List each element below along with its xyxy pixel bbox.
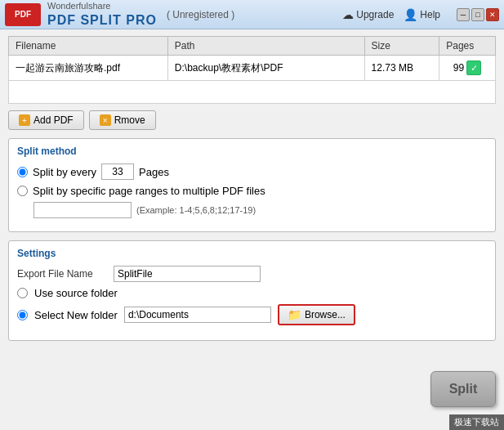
split-by-range-label: Split by specific page ranges to multipl… [33,185,265,197]
split-by-every-radio[interactable] [17,167,28,177]
export-filename-label: Export File Name [17,268,107,280]
app-name-main: PDF SPLIT PRO [47,12,157,28]
app-name-top: Wonderfulshare [47,1,157,11]
file-checkbox[interactable]: ✓ [466,60,481,75]
watermark: 极速下载站 [449,414,504,430]
select-new-folder-radio[interactable] [17,310,28,320]
cloud-icon: ☁ [342,8,354,21]
maximize-button[interactable]: □ [471,8,484,21]
export-filename-row: Export File Name [17,266,487,282]
split-by-every-label: Split by every [33,166,96,178]
export-filename-input[interactable] [114,266,261,282]
page-range-row: (Example: 1-4;5,6,8;12;17-19) [17,202,487,218]
split-by-range-radio[interactable] [17,186,28,196]
col-header-pages: Pages [439,37,496,56]
close-button[interactable]: ✕ [486,8,499,21]
button-row: + Add PDF × Rmove [8,110,496,130]
split-button-wrapper: Split [430,371,496,407]
logo-text: PDF [15,10,31,19]
split-button-label: Split [449,382,478,396]
col-header-path: Path [167,37,364,56]
help-label: Help [420,9,440,20]
app-logo: PDF [5,3,41,26]
use-source-folder-label: Use source folder [34,287,118,299]
add-icon: + [19,114,30,126]
split-method-panel: Split method Split by every Pages Split … [8,138,496,232]
file-table: Filename Path Size Pages 一起游云南旅游攻略.pdf D… [8,36,496,104]
split-by-range-row: Split by specific page ranges to multipl… [17,185,487,197]
use-source-folder-row: Use source folder [17,287,487,299]
person-icon: 👤 [404,8,417,21]
empty-cell [9,81,496,104]
split-method-title: Split method [17,146,487,157]
page-range-input[interactable] [33,202,132,218]
remove-label: Rmove [114,114,145,126]
cell-path: D:\backup\教程素材\PDF [167,56,364,81]
select-new-folder-label: Select New folder [34,309,118,321]
window-controls: ─ □ ✕ [457,8,499,21]
app-title: Wonderfulshare PDF SPLIT PRO [47,1,157,27]
folder-icon: 📁 [288,308,301,321]
settings-panel: Settings Export File Name Use source fol… [8,240,496,341]
help-button[interactable]: 👤 Help [404,8,440,21]
upgrade-button[interactable]: ☁ Upgrade [342,8,394,21]
cell-size: 12.73 MB [364,56,439,81]
remove-button[interactable]: × Rmove [89,110,156,130]
hint-text: (Example: 1-4;5,6,8;12;17-19) [136,205,256,215]
folder-path-input[interactable] [124,307,271,323]
empty-row [9,81,496,104]
col-header-size: Size [364,37,439,56]
cell-pages: 99 ✓ [439,56,496,81]
pages-number-input[interactable] [101,163,134,180]
upgrade-label: Upgrade [356,9,394,20]
title-registered: ( Unregistered ) [167,9,234,20]
add-pdf-label: Add PDF [33,114,74,126]
browse-label: Browse... [305,309,346,320]
use-source-folder-radio[interactable] [17,288,28,298]
title-bar: PDF Wonderfulshare PDF SPLIT PRO ( Unreg… [0,0,504,29]
pages-unit: Pages [139,166,169,178]
split-by-every-row: Split by every Pages [17,163,487,180]
pages-count: 99 [453,62,464,74]
cell-filename: 一起游云南旅游攻略.pdf [9,56,168,81]
main-content: Filename Path Size Pages 一起游云南旅游攻略.pdf D… [0,29,504,356]
col-header-filename: Filename [9,37,168,56]
settings-title: Settings [17,248,487,259]
split-button[interactable]: Split [430,371,496,407]
minimize-button[interactable]: ─ [457,8,470,21]
select-new-folder-row: Select New folder 📁 Browse... [17,304,487,325]
table-row: 一起游云南旅游攻略.pdf D:\backup\教程素材\PDF 12.73 M… [9,56,496,81]
browse-button[interactable]: 📁 Browse... [278,304,355,325]
add-pdf-button[interactable]: + Add PDF [8,110,84,130]
remove-icon: × [100,114,111,126]
